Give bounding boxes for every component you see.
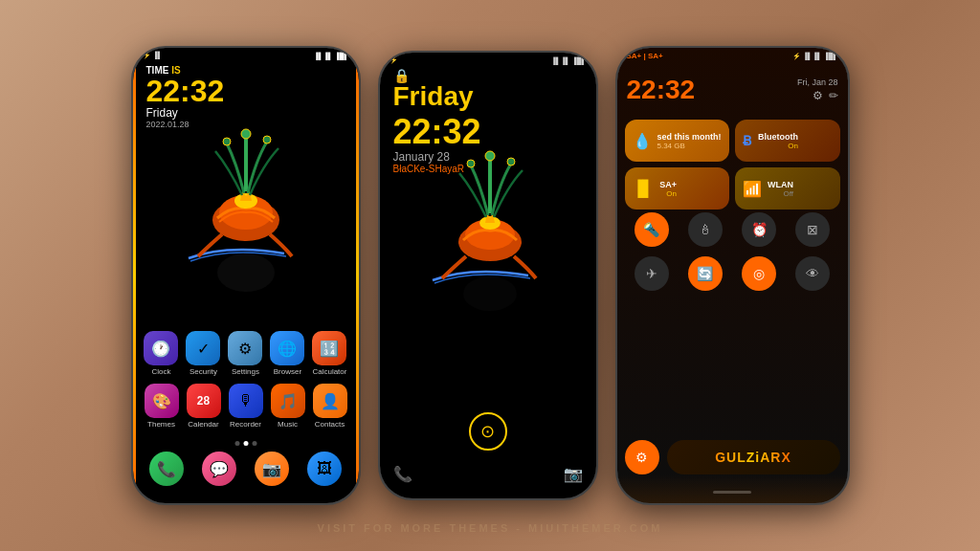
p1-dock: 📞 💬 📷 🖼 [141,452,351,486]
tile-data[interactable]: 💧 sed this month! 5.34 GB [625,120,730,162]
dock-phone[interactable]: 📞 [149,452,184,486]
p2-day: Friday [393,81,474,112]
p3-sa-top: SA+ | SA+ [627,52,663,60]
app-browser[interactable]: 🌐 Browser [270,331,304,376]
dot-1 [234,441,239,446]
p3-logo-area: GULZiARX [667,440,840,474]
tile-data-text: sed this month! 5.34 GB [657,132,722,150]
app-recorder[interactable]: 🎙 Recorder [229,384,263,429]
phones-container: ⚡ ▐▌ ▐▌▐▌ ▐█▌ TIME IS 22:32 Friday 2022.… [131,46,850,505]
svg-point-13 [507,158,515,165]
qb-torch[interactable]: 🕯 [688,212,723,247]
qb-airplane[interactable]: ✈ [635,256,669,291]
app-calc[interactable]: 🔢 Calculator [312,331,346,376]
p1-left-border [133,48,136,503]
svg-point-12 [467,160,475,167]
p1-status-right: ▐▌▐▌ ▐█▌ [314,53,349,59]
app-calendar[interactable]: 28 Calendar [187,384,221,429]
p1-clock: 22:32 [146,76,225,106]
tile-data-main: sed this month! [657,132,722,142]
tile-wlan[interactable]: 📶 WLAN Off [735,167,840,209]
p1-status-bar: ⚡ ▐▌ ▐▌▐▌ ▐█▌ [133,48,359,63]
p3-status-bar: SA+ | SA+ ⚡ ▐▌▐▌ ▐█▌ [617,48,848,64]
phone-2: ⚡ ▐▌▐▌ ▐█▌ 🔒 Friday 22:32 January 28 Bła… [378,51,598,500]
p1-page-dots [234,441,256,446]
p2-status-bar: ⚡ ▐▌▐▌ ▐█▌ [380,53,596,68]
svg-point-5 [223,138,231,145]
qb-screenshot[interactable]: ⊠ [795,212,830,247]
app-settings[interactable]: ⚙ Settings [228,331,262,376]
dot-3 [252,441,256,446]
p3-clock-row: 22:32 Fri, Jan 28 ⚙ ✏ [627,75,838,105]
p3-logo-text: GULZiARX [715,450,791,465]
app-calc-icon: 🔢 [312,331,346,365]
qb-alarm[interactable]: ⏰ [742,212,776,247]
phone3-screen: SA+ | SA+ ⚡ ▐▌▐▌ ▐█▌ 22:32 Fri, Jan 28 ⚙… [617,48,848,503]
tile-wlan-status: Off [783,189,793,198]
app-contacts-label: Contacts [315,420,345,429]
p2-status-right: ▐▌▐▌ ▐█▌ [551,57,587,64]
tile-bt-icon: Ƀ [743,133,752,148]
dock-messages[interactable]: 💬 [202,452,236,486]
app-row-2: 🎨 Themes 28 Calendar 🎙 Recorder 🎵 Music [141,384,351,429]
p3-settings-button[interactable]: ⚙ [625,440,659,474]
p3-quick-row1: 🔦 🕯 ⏰ ⊠ [625,212,840,247]
app-music[interactable]: 🎵 Music [271,384,305,429]
p3-edit-icon[interactable]: ✏ [829,89,838,102]
p3-date-small: Fri, Jan 28 [797,77,838,87]
p3-big-time: 22:32 [627,75,696,105]
p2-camera-icon[interactable]: 📷 [564,465,583,483]
qb-location[interactable]: ◎ [742,256,776,291]
svg-point-6 [263,136,271,143]
app-music-icon: 🎵 [271,384,305,418]
app-settings-icon: ⚙ [228,331,262,365]
app-settings-label: Settings [232,367,259,376]
p1-battery-icon: ▐█▌ [335,53,349,59]
app-recorder-label: Recorder [230,420,261,429]
dock-camera[interactable]: 📷 [255,452,289,486]
p2-krishna-figure [418,129,558,320]
p2-krishna-svg [418,129,562,320]
krishna-svg [169,105,323,297]
app-browser-label: Browser [274,367,301,376]
app-clock[interactable]: 🕐 Clock [144,331,178,376]
watermark: VISIT FOR MORE THEMES - MIUITHEMER.COM [318,522,663,534]
phone2-screen: ⚡ ▐▌▐▌ ▐█▌ 🔒 Friday 22:32 January 28 Bła… [380,53,596,498]
dock-gallery[interactable]: 🖼 [307,452,342,486]
svg-point-7 [463,276,517,311]
svg-point-4 [241,129,251,139]
p1-signal-icon: ▐▌▐▌ [314,53,333,59]
p2-call-icon[interactable]: 📞 [393,465,412,483]
p3-status-right: ⚡ ▐▌▐▌ ▐█▌ [792,53,838,60]
tile-wlan-text: WLAN Off [768,180,793,198]
tile-sa-icon: ▐▌ [633,180,655,197]
phone-3: SA+ | SA+ ⚡ ▐▌▐▌ ▐█▌ 22:32 Fri, Jan 28 ⚙… [615,46,850,505]
phone1-screen: ⚡ ▐▌ ▐▌▐▌ ▐█▌ TIME IS 22:32 Friday 2022.… [133,48,359,503]
app-themes[interactable]: 🎨 Themes [145,384,179,429]
p3-gear-icon[interactable]: ⚙ [813,89,823,102]
qb-eye[interactable]: 👁 [795,256,830,291]
p3-clock-icons: ⚙ ✏ [813,89,838,102]
p1-right-border [356,48,359,503]
p1-krishna-figure [162,105,330,297]
tile-sa[interactable]: ▐▌ SA+ On [625,167,730,209]
app-recorder-icon: 🎙 [229,384,263,418]
app-themes-icon: 🎨 [145,384,179,418]
app-contacts-icon: 👤 [313,384,347,418]
tile-bt-status: On [788,142,798,150]
p2-bottom-icons: 📞 📷 [393,465,583,483]
app-calendar-label: Calendar [188,420,218,429]
qb-flashlight[interactable]: 🔦 [635,212,669,247]
qb-refresh[interactable]: 🔄 [688,256,723,291]
p1-status-left: ⚡ ▐▌ [143,52,163,59]
app-security[interactable]: ✓ Security [186,331,220,376]
tile-bt-text: Bluetooth On [758,132,798,150]
app-calendar-icon: 28 [187,384,221,418]
app-security-icon: ✓ [186,331,220,365]
app-contacts[interactable]: 👤 Contacts [313,384,347,429]
app-calc-label: Calculator [312,367,346,376]
svg-point-0 [217,253,275,292]
tile-data-icon: 💧 [633,132,652,150]
p2-fingerprint-button[interactable]: ⊙ [469,412,507,451]
tile-bluetooth[interactable]: Ƀ Bluetooth On [735,120,840,162]
